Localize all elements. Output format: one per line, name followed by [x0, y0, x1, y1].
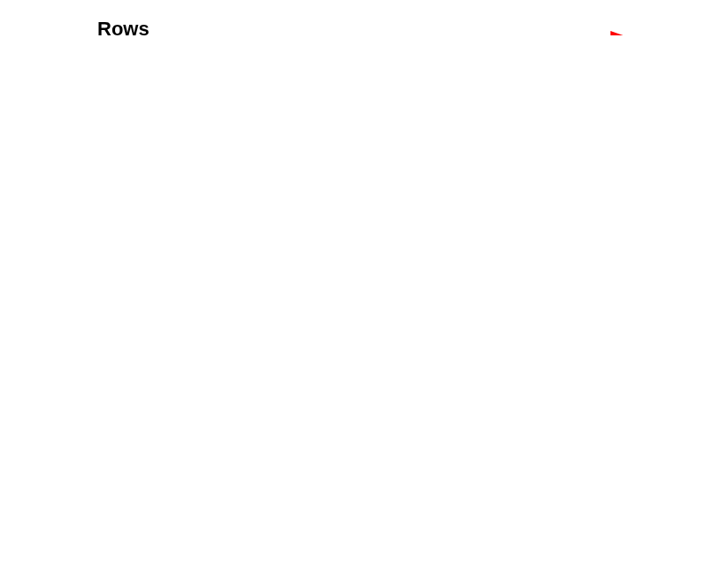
- svg-marker-1: [610, 31, 628, 35]
- rows-axis-label: Rows: [97, 18, 150, 35]
- rows-arrow-icon: [150, 28, 628, 35]
